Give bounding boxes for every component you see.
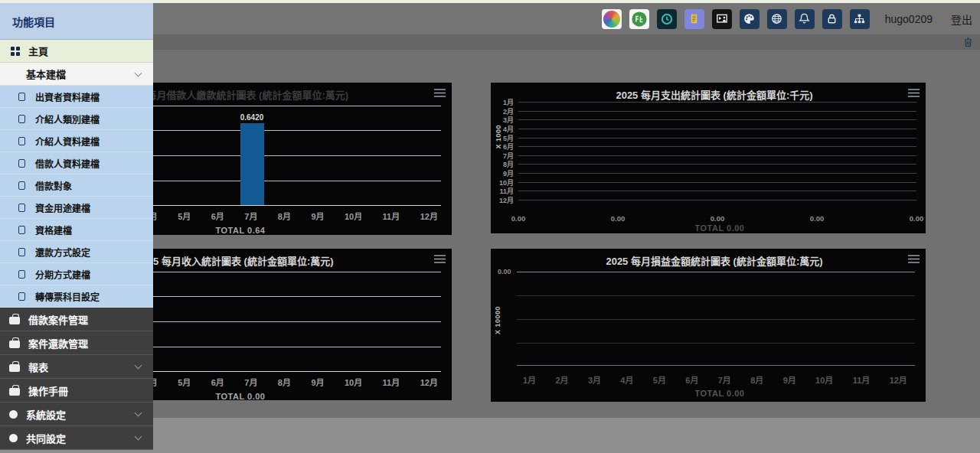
clock-icon[interactable] bbox=[657, 9, 677, 29]
palette-icon[interactable] bbox=[740, 9, 760, 29]
logout-link[interactable]: 登出 bbox=[951, 11, 972, 27]
y-axis-rows: 1月 2月 3月 4月 5月 6月 7月 8月 bbox=[497, 98, 916, 204]
sidebar-group-label: 基本建檔 bbox=[26, 67, 66, 81]
sidebar-item-manual[interactable]: 操作手冊 bbox=[0, 379, 153, 402]
sidebar-item[interactable]: 借款對象 bbox=[0, 174, 153, 197]
colorful-app-icon[interactable] bbox=[602, 9, 622, 29]
x-axis-line bbox=[517, 365, 915, 366]
sidebar-item[interactable]: 介紹人類別建檔 bbox=[0, 108, 153, 130]
scroll-icon[interactable] bbox=[684, 9, 704, 29]
sidebar-item-label: 分期方式建檔 bbox=[35, 268, 90, 281]
sidebar-item-case-repayment-mgmt[interactable]: 案件還款管理 bbox=[0, 331, 153, 355]
square-bullet-icon bbox=[18, 115, 25, 123]
y-tick-label: 0.00 bbox=[498, 268, 511, 275]
presentation-icon[interactable] bbox=[712, 9, 732, 29]
sidebar-item[interactable]: 分期方式建檔 bbox=[0, 263, 153, 285]
x-axis-labels: 1月2月3月4月5月6月7月8月9月10月11月12月 bbox=[523, 373, 907, 386]
chevron-down-icon bbox=[135, 362, 142, 370]
chart-menu-icon[interactable] bbox=[434, 89, 446, 97]
bar-value-label: 0.6420 bbox=[227, 113, 276, 122]
month-label: 5月 bbox=[178, 210, 191, 222]
square-bullet-icon bbox=[18, 248, 25, 256]
month-label: 6月 bbox=[211, 376, 224, 388]
month-label: 5月 bbox=[653, 373, 666, 386]
month-row: 10月 bbox=[497, 178, 916, 187]
month-label: 1月 bbox=[523, 373, 536, 386]
gridline bbox=[518, 164, 916, 165]
chart-total: TOTAL 0.00 bbox=[524, 389, 915, 398]
square-bullet-icon bbox=[18, 93, 25, 101]
sidebar-item-label: 出資者資料建檔 bbox=[35, 90, 100, 103]
x-tick-label: 0.00 bbox=[503, 214, 534, 223]
sidebar-item[interactable]: 介紹人資料建檔 bbox=[0, 130, 153, 152]
bell-icon[interactable] bbox=[795, 9, 815, 29]
lock-icon[interactable] bbox=[822, 9, 842, 29]
gridline bbox=[518, 138, 916, 139]
chart-total: TOTAL 0.00 bbox=[524, 223, 915, 233]
sitemap-icon[interactable] bbox=[850, 9, 870, 29]
sidebar-item-label: 報表 bbox=[28, 360, 48, 374]
globe-icon[interactable] bbox=[767, 9, 787, 29]
month-label: 7月 bbox=[244, 210, 257, 222]
green-finance-icon[interactable] bbox=[629, 9, 649, 29]
x-tick-label: 0.00 bbox=[901, 214, 926, 223]
trash-icon[interactable] bbox=[963, 37, 973, 47]
gridline bbox=[518, 119, 916, 120]
sidebar-item[interactable]: 借款人資料建檔 bbox=[0, 152, 153, 174]
sidebar-item-label: 系統設定 bbox=[26, 407, 66, 422]
circle-icon bbox=[9, 434, 18, 442]
month-label: 10月 bbox=[345, 376, 362, 388]
sidebar-item-reports[interactable]: 報表 bbox=[0, 355, 153, 379]
gridline bbox=[518, 146, 916, 147]
briefcase-icon bbox=[9, 341, 20, 348]
sidebar-item-system-settings[interactable]: 系統設定 bbox=[0, 402, 153, 426]
sidebar-item[interactable]: 資格建檔 bbox=[0, 219, 153, 241]
gridline bbox=[518, 173, 916, 174]
sidebar-item-label: 借款對象 bbox=[35, 179, 72, 192]
month-label: 11月 bbox=[853, 373, 871, 386]
chevron-down-icon bbox=[135, 433, 142, 441]
month-label: 8月 bbox=[750, 373, 763, 386]
month-label: 2月 bbox=[555, 373, 568, 386]
sidebar-item-label: 共同設定 bbox=[26, 431, 66, 445]
sidebar-item[interactable]: 資金用途建檔 bbox=[0, 197, 153, 219]
sidebar-item-label: 操作手冊 bbox=[28, 383, 68, 398]
month-label: 12月 bbox=[890, 373, 907, 386]
sidebar-item-label: 借款人資料建檔 bbox=[35, 157, 100, 170]
sidebar-item-label: 借款案件管理 bbox=[28, 312, 88, 327]
sidebar-item[interactable]: 還款方式設定 bbox=[0, 241, 153, 263]
gridline bbox=[518, 182, 916, 183]
month-row: 3月 bbox=[497, 116, 916, 125]
chart-menu-icon[interactable] bbox=[908, 89, 920, 97]
month-label: 5月 bbox=[178, 376, 191, 388]
chart-menu-icon[interactable] bbox=[908, 255, 920, 263]
sidebar-item[interactable]: 轉傳票科目設定 bbox=[0, 285, 153, 308]
month-label: 8月 bbox=[278, 376, 291, 388]
sidebar-item[interactable]: 出資者資料建檔 bbox=[0, 86, 153, 108]
chevron-down-icon bbox=[135, 70, 142, 77]
month-label: 3月 bbox=[588, 373, 601, 386]
chart-title: 2025 每月損益金額統計圖表 (統計金額單位:萬元) bbox=[521, 253, 907, 268]
month-label: 12月 bbox=[420, 376, 438, 388]
sidebar-menu: 功能項目 主頁 基本建檔 出資者資料建檔 介紹人類別建檔 介紹人資料建檔 借款人… bbox=[0, 3, 153, 453]
x-tick-label: 0.00 bbox=[702, 214, 733, 223]
sidebar-item-label: 介紹人類別建檔 bbox=[35, 112, 100, 125]
gridline bbox=[518, 102, 916, 103]
month-label: 9月 bbox=[311, 376, 324, 388]
sidebar-item-label: 還款方式設定 bbox=[35, 246, 90, 259]
sidebar-item-home[interactable]: 主頁 bbox=[0, 40, 153, 63]
month-row: 2月 bbox=[497, 107, 916, 116]
bar-july bbox=[240, 123, 264, 205]
sidebar-item-loan-case-mgmt[interactable]: 借款案件管理 bbox=[0, 308, 153, 331]
sidebar-item-common-settings[interactable]: 共同設定 bbox=[0, 426, 153, 450]
month-label: 9月 bbox=[783, 373, 796, 386]
square-bullet-icon bbox=[18, 270, 25, 279]
sidebar-title: 功能項目 bbox=[0, 3, 153, 40]
month-row: 12月 bbox=[497, 196, 916, 205]
month-label: 4月 bbox=[620, 373, 633, 386]
month-label: 6月 bbox=[685, 373, 698, 386]
chart-menu-icon[interactable] bbox=[434, 255, 446, 263]
month-label: 12月 bbox=[420, 210, 438, 222]
sidebar-item-label: 轉傳票科目設定 bbox=[35, 290, 100, 303]
sidebar-group-basic[interactable]: 基本建檔 bbox=[0, 63, 153, 86]
